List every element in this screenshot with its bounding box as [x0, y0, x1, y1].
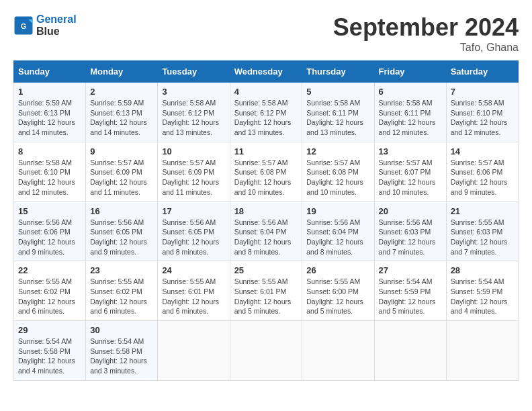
calendar-cell [302, 321, 374, 381]
calendar-cell: 18Sunrise: 5:56 AMSunset: 6:04 PMDayligh… [230, 201, 302, 261]
day-number: 22 [18, 265, 81, 275]
calendar-cell: 21Sunrise: 5:55 AMSunset: 6:03 PMDayligh… [446, 201, 518, 261]
day-info: Sunrise: 5:57 AMSunset: 6:07 PMDaylight:… [379, 158, 436, 196]
day-info: Sunrise: 5:54 AMSunset: 5:59 PMDaylight:… [451, 277, 508, 315]
day-info: Sunrise: 5:58 AMSunset: 6:10 PMDaylight:… [451, 99, 508, 136]
day-info: Sunrise: 5:55 AMSunset: 6:01 PMDaylight:… [234, 277, 292, 315]
calendar-cell: 20Sunrise: 5:56 AMSunset: 6:03 PMDayligh… [374, 201, 446, 261]
day-number: 6 [379, 87, 442, 97]
day-number: 29 [18, 325, 81, 335]
calendar-cell: 8Sunrise: 5:58 AMSunset: 6:10 PMDaylight… [14, 142, 86, 201]
title-area: September 2024 Tafo, Ghana [333, 13, 519, 54]
day-info: Sunrise: 5:58 AMSunset: 6:11 PMDaylight:… [379, 99, 436, 136]
calendar-cell: 15Sunrise: 5:56 AMSunset: 6:06 PMDayligh… [14, 201, 86, 261]
calendar-cell: 19Sunrise: 5:56 AMSunset: 6:04 PMDayligh… [302, 201, 374, 261]
day-number: 24 [162, 265, 225, 275]
calendar-cell [158, 321, 230, 381]
day-number: 25 [234, 265, 298, 275]
day-info: Sunrise: 5:57 AMSunset: 6:08 PMDaylight:… [234, 158, 292, 196]
day-info: Sunrise: 5:56 AMSunset: 6:06 PMDaylight:… [18, 218, 75, 256]
calendar-cell: 10Sunrise: 5:57 AMSunset: 6:09 PMDayligh… [158, 142, 230, 201]
day-number: 5 [306, 87, 369, 97]
day-info: Sunrise: 5:54 AMSunset: 5:58 PMDaylight:… [90, 337, 147, 375]
day-info: Sunrise: 5:57 AMSunset: 6:09 PMDaylight:… [162, 158, 219, 196]
calendar-cell: 3Sunrise: 5:58 AMSunset: 6:12 PMDaylight… [158, 83, 230, 142]
day-info: Sunrise: 5:55 AMSunset: 6:01 PMDaylight:… [162, 277, 219, 315]
day-info: Sunrise: 5:56 AMSunset: 6:03 PMDaylight:… [379, 218, 436, 256]
day-number: 7 [451, 87, 514, 97]
calendar-cell: 14Sunrise: 5:57 AMSunset: 6:06 PMDayligh… [446, 142, 518, 201]
day-info: Sunrise: 5:58 AMSunset: 6:10 PMDaylight:… [18, 158, 75, 196]
day-number: 9 [90, 146, 153, 156]
day-info: Sunrise: 5:57 AMSunset: 6:06 PMDaylight:… [451, 158, 508, 196]
day-info: Sunrise: 5:55 AMSunset: 6:02 PMDaylight:… [90, 277, 147, 315]
calendar-cell: 26Sunrise: 5:55 AMSunset: 6:00 PMDayligh… [302, 261, 374, 321]
calendar-cell: 6Sunrise: 5:58 AMSunset: 6:11 PMDaylight… [374, 83, 446, 142]
weekday-header-tuesday: Tuesday [158, 61, 230, 83]
day-info: Sunrise: 5:55 AMSunset: 6:00 PMDaylight:… [306, 277, 363, 315]
day-info: Sunrise: 5:56 AMSunset: 6:05 PMDaylight:… [162, 218, 219, 256]
calendar-cell [230, 321, 302, 381]
day-number: 13 [379, 146, 442, 156]
calendar-cell: 28Sunrise: 5:54 AMSunset: 5:59 PMDayligh… [446, 261, 518, 321]
calendar-cell: 24Sunrise: 5:55 AMSunset: 6:01 PMDayligh… [158, 261, 230, 321]
calendar-cell: 27Sunrise: 5:54 AMSunset: 5:59 PMDayligh… [374, 261, 446, 321]
day-info: Sunrise: 5:55 AMSunset: 6:03 PMDaylight:… [451, 218, 508, 256]
day-info: Sunrise: 5:59 AMSunset: 6:13 PMDaylight:… [90, 99, 147, 136]
calendar-cell: 7Sunrise: 5:58 AMSunset: 6:10 PMDaylight… [446, 83, 518, 142]
day-number: 27 [379, 265, 442, 275]
weekday-header-monday: Monday [86, 61, 158, 83]
day-info: Sunrise: 5:56 AMSunset: 6:04 PMDaylight:… [234, 218, 292, 256]
weekday-header-sunday: Sunday [14, 61, 86, 83]
day-number: 28 [451, 265, 514, 275]
calendar-cell: 11Sunrise: 5:57 AMSunset: 6:08 PMDayligh… [230, 142, 302, 201]
calendar-cell: 5Sunrise: 5:58 AMSunset: 6:11 PMDaylight… [302, 83, 374, 142]
day-number: 2 [90, 87, 153, 97]
calendar-cell: 22Sunrise: 5:55 AMSunset: 6:02 PMDayligh… [14, 261, 86, 321]
weekday-header-thursday: Thursday [302, 61, 374, 83]
day-number: 11 [234, 146, 298, 156]
calendar-table: SundayMondayTuesdayWednesdayThursdayFrid… [13, 60, 519, 381]
day-number: 1 [18, 87, 81, 97]
day-number: 14 [451, 146, 514, 156]
day-number: 18 [234, 206, 298, 216]
day-number: 20 [379, 206, 442, 216]
location: Tafo, Ghana [333, 42, 519, 54]
weekday-header-wednesday: Wednesday [230, 61, 302, 83]
day-number: 15 [18, 206, 81, 216]
calendar-cell: 4Sunrise: 5:58 AMSunset: 6:12 PMDaylight… [230, 83, 302, 142]
calendar-cell [446, 321, 518, 381]
day-info: Sunrise: 5:58 AMSunset: 6:12 PMDaylight:… [162, 99, 219, 136]
calendar-cell: 2Sunrise: 5:59 AMSunset: 6:13 PMDaylight… [86, 83, 158, 142]
logo-blue: Blue [36, 26, 77, 38]
calendar-cell: 30Sunrise: 5:54 AMSunset: 5:58 PMDayligh… [86, 321, 158, 381]
calendar-cell: 1Sunrise: 5:59 AMSunset: 6:13 PMDaylight… [14, 83, 86, 142]
weekday-header-saturday: Saturday [446, 61, 518, 83]
day-info: Sunrise: 5:55 AMSunset: 6:02 PMDaylight:… [18, 277, 75, 315]
day-info: Sunrise: 5:54 AMSunset: 5:59 PMDaylight:… [379, 277, 436, 315]
day-info: Sunrise: 5:58 AMSunset: 6:12 PMDaylight:… [234, 99, 292, 136]
calendar-cell: 12Sunrise: 5:57 AMSunset: 6:08 PMDayligh… [302, 142, 374, 201]
day-number: 23 [90, 265, 153, 275]
logo-general: General [36, 13, 77, 25]
calendar-cell: 23Sunrise: 5:55 AMSunset: 6:02 PMDayligh… [86, 261, 158, 321]
day-info: Sunrise: 5:56 AMSunset: 6:05 PMDaylight:… [90, 218, 147, 256]
day-number: 3 [162, 87, 225, 97]
calendar-cell [374, 321, 446, 381]
day-number: 26 [306, 265, 369, 275]
day-info: Sunrise: 5:59 AMSunset: 6:13 PMDaylight:… [18, 99, 75, 136]
day-number: 4 [234, 87, 298, 97]
day-number: 19 [306, 206, 369, 216]
day-number: 17 [162, 206, 225, 216]
day-number: 10 [162, 146, 225, 156]
weekday-header-friday: Friday [374, 61, 446, 83]
day-info: Sunrise: 5:58 AMSunset: 6:11 PMDaylight:… [306, 99, 363, 136]
day-info: Sunrise: 5:56 AMSunset: 6:04 PMDaylight:… [306, 218, 363, 256]
page-header: G General Blue September 2024 Tafo, Ghan… [13, 13, 519, 54]
svg-text:G: G [21, 21, 26, 30]
calendar-cell: 17Sunrise: 5:56 AMSunset: 6:05 PMDayligh… [158, 201, 230, 261]
day-info: Sunrise: 5:57 AMSunset: 6:09 PMDaylight:… [90, 158, 147, 196]
calendar-cell: 29Sunrise: 5:54 AMSunset: 5:58 PMDayligh… [14, 321, 86, 381]
day-number: 21 [451, 206, 514, 216]
logo: G General Blue [13, 13, 77, 37]
